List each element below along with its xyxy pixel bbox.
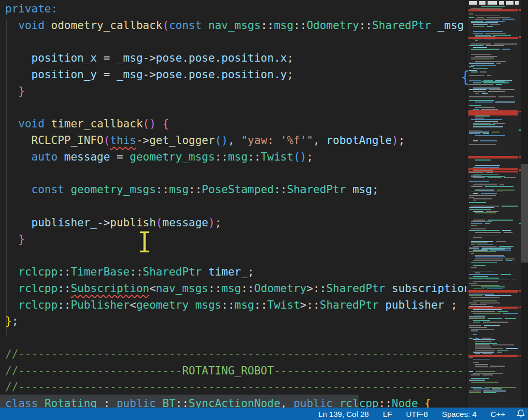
- code-line: position_y = _msg->pose.pose.position.y;: [5, 67, 466, 83]
- code-line: //-------------------------ROTATING_ROBO…: [5, 363, 466, 380]
- code-line: }: [5, 83, 466, 100]
- code-line: private:: [5, 1, 466, 18]
- status-bar: Ln 139, Col 28 LF UTF-8 Spaces: 4 C++: [0, 408, 528, 420]
- code-line: [5, 330, 466, 346]
- code-line: rclcpp::Publisher<geometry_msgs::msg::Tw…: [5, 297, 466, 314]
- notifications-bell-icon[interactable]: [517, 409, 525, 418]
- minimap[interactable]: [466, 0, 522, 408]
- scrollbar-thumb[interactable]: [521, 164, 528, 263]
- code-line: position_x = _msg->pose.pose.position.x;: [5, 50, 466, 67]
- code-line: class Rotating : public BT::SyncActionNo…: [5, 396, 466, 408]
- video-artifact-glyph: {: [461, 68, 470, 86]
- code-line: }: [5, 231, 466, 248]
- i-beam-cursor: [137, 230, 152, 254]
- code-line: const geometry_msgs::msg::PoseStamped::S…: [5, 182, 466, 198]
- code-line: auto message = geometry_msgs::msg::Twist…: [5, 149, 466, 166]
- code-line: [5, 248, 466, 264]
- code-line: publisher_->publish(message);: [5, 215, 466, 231]
- code-line: void timer_callback() {: [5, 116, 466, 133]
- code-line: RCLCPP_INFO(this->get_logger(), "yaw: '%…: [5, 133, 466, 149]
- code-editor[interactable]: private: void odometry_callback(const na…: [0, 0, 466, 408]
- code-line: //--------------------------------------…: [5, 346, 466, 363]
- scrollbar-track[interactable]: [521, 0, 528, 408]
- status-line-col[interactable]: Ln 139, Col 28: [318, 410, 369, 418]
- status-encoding[interactable]: UTF-8: [406, 410, 428, 418]
- code-line: [5, 166, 466, 182]
- status-indentation[interactable]: Spaces: 4: [442, 410, 477, 418]
- code-line: [5, 198, 466, 215]
- code-line: //--------------------------------------…: [5, 379, 466, 396]
- code-line: rclcpp::TimerBase::SharedPtr timer_;: [5, 264, 466, 281]
- code-line: };: [5, 313, 466, 330]
- status-eol[interactable]: LF: [383, 410, 392, 418]
- code-line: [5, 100, 466, 117]
- status-language[interactable]: C++: [491, 410, 505, 418]
- code-line: [5, 34, 466, 51]
- code-line: void odometry_callback(const nav_msgs::m…: [5, 18, 466, 34]
- code-line: rclcpp::Subscription<nav_msgs::msg::Odom…: [5, 281, 466, 297]
- code-lines: private: void odometry_callback(const na…: [0, 0, 466, 408]
